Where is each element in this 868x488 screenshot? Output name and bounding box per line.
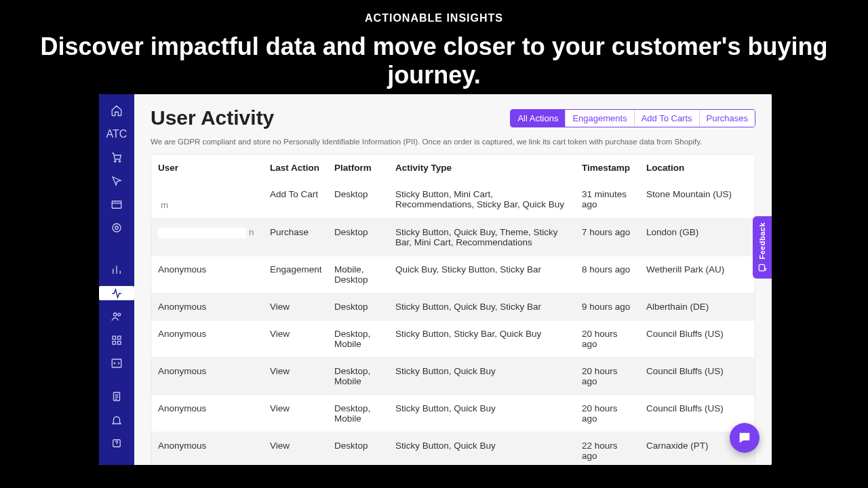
svg-rect-11: [112, 359, 121, 367]
col-timestamp: Timestamp: [575, 155, 639, 181]
cell-user: Anonymous: [151, 358, 263, 394]
table-row[interactable]: nPurchaseDesktopSticky Button, Quick Buy…: [151, 218, 755, 256]
cell-last-action: View: [263, 293, 328, 320]
cell-location: Council Bluffs (US): [639, 321, 755, 357]
cell-platform: Desktop, Mobile: [328, 395, 389, 432]
cell-location: Stone Mountain (US): [639, 181, 755, 218]
cell-last-action: View: [263, 395, 328, 432]
content-area: User Activity All Actions Engagements Ad…: [134, 94, 772, 465]
col-user: User: [151, 155, 263, 181]
col-activity-type: Activity Type: [389, 155, 575, 181]
table-row[interactable]: AnonymousViewDesktop, MobileSticky Butto…: [151, 357, 755, 394]
window-icon[interactable]: [99, 197, 134, 211]
headline: Discover impactful data and move closer …: [0, 24, 868, 89]
tab-add-to-carts[interactable]: Add To Carts: [634, 110, 699, 127]
cell-platform: Desktop, Mobile: [328, 358, 389, 394]
svg-rect-2: [112, 201, 121, 208]
svg-point-1: [119, 161, 120, 162]
bell-icon[interactable]: [99, 413, 134, 427]
svg-point-0: [115, 161, 116, 162]
cart-icon[interactable]: [99, 150, 134, 165]
svg-rect-7: [113, 336, 116, 340]
cell-timestamp: 9 hours ago: [575, 293, 639, 320]
activity-table: User Last Action Platform Activity Type …: [151, 154, 755, 465]
cell-location: Alberthain (DE): [639, 293, 755, 320]
activity-icon[interactable]: [99, 286, 134, 300]
users-icon[interactable]: [99, 310, 134, 324]
chat-button[interactable]: [730, 423, 760, 453]
cell-timestamp: 7 hours ago: [575, 219, 639, 256]
feedback-label: Feedback: [758, 222, 766, 260]
cursor-icon[interactable]: [99, 174, 134, 188]
eyebrow: ACTIONABLE INSIGHTS: [0, 0, 868, 24]
cell-platform: Mobile, Desktop: [328, 256, 389, 293]
filter-tabs: All Actions Engagements Add To Carts Pur…: [510, 109, 755, 127]
col-last-action: Last Action: [263, 155, 328, 181]
chat-icon: [737, 430, 752, 445]
sidebar: ATC: [99, 94, 134, 465]
cell-last-action: View: [263, 321, 328, 357]
table-row[interactable]: AnonymousViewDesktopSticky Button, Quick…: [151, 293, 755, 320]
cell-last-action: Purchase: [263, 219, 328, 256]
cell-last-action: View: [263, 358, 328, 394]
bar-chart-icon[interactable]: [99, 263, 134, 277]
clipboard-icon[interactable]: [99, 390, 134, 404]
help-icon[interactable]: [99, 436, 134, 451]
table-row[interactable]: mAdd To CartDesktopSticky Button, Mini C…: [151, 181, 755, 218]
cell-platform: Desktop: [328, 181, 389, 218]
app-screenshot: ATC User Activity All Actions Engagement…: [99, 94, 772, 465]
cell-activity: Sticky Button, Mini Cart, Recommendation…: [389, 181, 575, 218]
cell-platform: Desktop, Mobile: [328, 321, 389, 357]
svg-point-6: [118, 313, 121, 316]
table-header: User Last Action Platform Activity Type …: [151, 155, 755, 181]
svg-point-3: [113, 224, 121, 232]
tab-engagements[interactable]: Engagements: [565, 110, 633, 127]
target-icon[interactable]: [99, 221, 134, 235]
cell-activity: Sticky Button, Quick Buy: [389, 432, 575, 465]
feedback-tab[interactable]: Feedback: [753, 216, 772, 279]
cell-location: Council Bluffs (US): [639, 358, 755, 394]
cell-platform: Desktop: [328, 219, 389, 256]
svg-rect-8: [118, 336, 121, 340]
cell-location: Wetherill Park (AU): [639, 256, 755, 293]
home-icon[interactable]: [99, 104, 134, 118]
cell-timestamp: 20 hours ago: [575, 321, 639, 357]
table-row[interactable]: AnonymousViewDesktop, MobileSticky Butto…: [151, 320, 755, 357]
table-row[interactable]: AnonymousViewDesktop, MobileSticky Butto…: [151, 394, 755, 432]
feedback-icon: [757, 263, 767, 272]
col-platform: Platform: [328, 155, 389, 181]
cell-user: Anonymous: [151, 293, 263, 320]
code-icon[interactable]: [99, 357, 134, 371]
table-row[interactable]: AnonymousViewDesktopSticky Button, Quick…: [151, 432, 755, 465]
cell-timestamp: 31 minutes ago: [575, 181, 639, 218]
cell-timestamp: 8 hours ago: [575, 256, 639, 293]
grid-icon[interactable]: [99, 333, 134, 348]
tab-purchases[interactable]: Purchases: [699, 110, 755, 127]
page-title: User Activity: [151, 106, 274, 129]
cell-timestamp: 22 hours ago: [575, 432, 639, 465]
cell-activity: Sticky Button, Sticky Bar, Quick Buy: [389, 321, 575, 357]
cell-activity: Sticky Button, Quick Buy, Sticky Bar: [389, 293, 575, 320]
cell-activity: Sticky Button, Quick Buy: [389, 358, 575, 394]
atc-badge-icon[interactable]: ATC: [99, 127, 134, 142]
cell-activity: Sticky Button, Quick Buy: [389, 395, 575, 432]
svg-rect-9: [113, 341, 116, 344]
cell-user: Anonymous: [151, 321, 263, 357]
cell-timestamp: 20 hours ago: [575, 358, 639, 394]
svg-point-5: [114, 313, 117, 317]
cell-location: London (GB): [639, 219, 755, 256]
cell-last-action: Engagement: [263, 256, 328, 293]
cell-platform: Desktop: [328, 432, 389, 465]
cell-user: Anonymous: [151, 395, 263, 432]
cell-user: Anonymous: [151, 432, 263, 465]
cell-last-action: Add To Cart: [263, 181, 328, 218]
cell-user: Anonymous: [151, 256, 263, 293]
cell-activity: Sticky Button, Quick Buy, Theme, Sticky …: [389, 219, 575, 256]
svg-rect-14: [759, 265, 764, 271]
cell-last-action: View: [263, 432, 328, 465]
tab-all-actions[interactable]: All Actions: [511, 110, 565, 127]
cell-user: n: [151, 219, 263, 256]
table-row[interactable]: AnonymousEngagementMobile, DesktopQuick …: [151, 256, 755, 293]
cell-user: m: [151, 181, 263, 218]
cell-platform: Desktop: [328, 293, 389, 320]
